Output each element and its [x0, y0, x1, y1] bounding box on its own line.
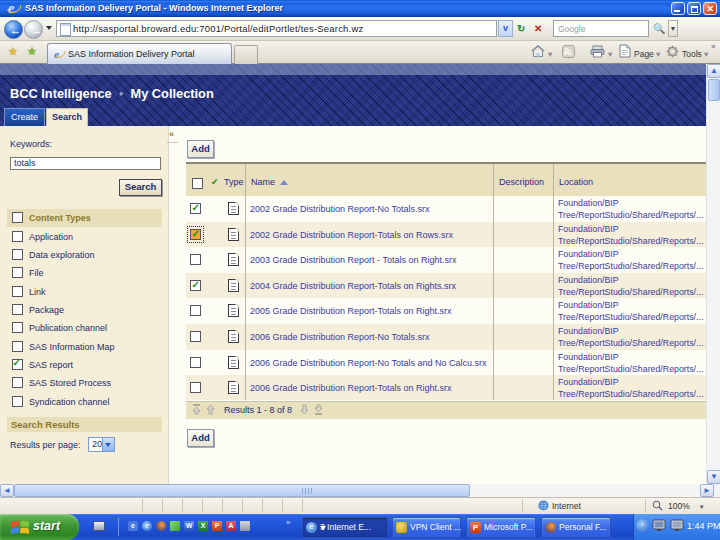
svg-text:e: e: [54, 48, 59, 60]
svg-text:e: e: [8, 1, 14, 16]
